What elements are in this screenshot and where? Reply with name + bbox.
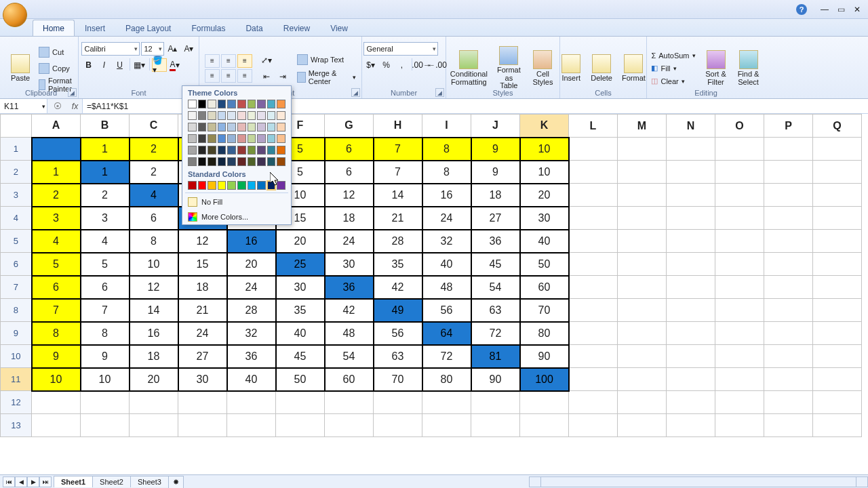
sheet-tab[interactable]: Sheet3 [130,476,169,487]
cell[interactable] [569,207,618,230]
cell[interactable]: 36 [471,230,520,253]
ribbon-tab-view[interactable]: View [320,20,358,36]
clear-button[interactable]: ◫Clear▾ [650,75,686,87]
cell[interactable] [569,414,618,437]
row-header[interactable]: 13 [1,414,32,437]
color-swatch[interactable] [198,157,207,166]
color-swatch[interactable] [248,157,256,166]
cell[interactable] [813,414,862,437]
cell[interactable]: 30 [276,276,325,299]
cell[interactable] [227,391,276,414]
cell[interactable] [715,414,764,437]
color-swatch[interactable] [227,181,236,190]
color-swatch[interactable] [248,146,256,155]
cell[interactable]: 14 [130,299,178,322]
cell[interactable]: 24 [325,230,374,253]
cell[interactable] [618,138,667,161]
row-header[interactable]: 6 [1,253,32,276]
cell[interactable] [569,276,618,299]
cell[interactable] [764,276,813,299]
cell[interactable]: 40 [520,230,569,253]
cell[interactable]: 2 [130,161,178,184]
worksheet-grid[interactable]: ABCDEFGHIJKLMNOPQ11234567891021123456789… [0,114,868,474]
cell[interactable] [178,414,227,437]
cell[interactable] [764,368,813,391]
cell[interactable]: 8 [32,322,81,345]
cell[interactable]: 8 [422,138,471,161]
alignment-dialog-launcher[interactable]: ◢ [351,88,360,97]
color-swatch[interactable] [257,123,266,131]
cell[interactable]: 28 [227,299,276,322]
color-swatch[interactable] [237,100,246,108]
cell[interactable] [764,299,813,322]
decrease-decimal[interactable]: ←.00 [430,58,445,72]
cell[interactable] [422,414,471,437]
cell[interactable]: 20 [130,368,178,391]
cell[interactable]: 24 [178,322,227,345]
cell[interactable] [81,391,130,414]
cell[interactable] [374,391,422,414]
help-icon[interactable]: ? [796,4,807,15]
cell[interactable]: 9 [471,138,520,161]
cell[interactable] [227,414,276,437]
cell[interactable]: 30 [178,368,227,391]
cell[interactable]: 81 [471,345,520,368]
cell[interactable] [276,391,325,414]
cell[interactable] [569,322,618,345]
cell[interactable] [569,253,618,276]
orientation-button[interactable]: ⤢▾ [259,54,274,67]
color-swatch[interactable] [248,100,256,108]
color-swatch[interactable] [198,100,207,108]
cell[interactable] [715,230,764,253]
cell[interactable] [764,253,813,276]
cell[interactable] [667,368,715,391]
sheet-tab[interactable]: Sheet2 [92,476,131,487]
cell[interactable] [374,414,422,437]
color-swatch[interactable] [198,181,207,190]
accounting-format[interactable]: $▾ [363,58,378,72]
cell[interactable] [715,253,764,276]
cell[interactable]: 72 [422,345,471,368]
cell[interactable] [618,276,667,299]
color-swatch[interactable] [218,146,226,155]
color-swatch[interactable] [198,123,207,131]
cell[interactable] [618,322,667,345]
color-swatch[interactable] [208,146,216,155]
color-swatch[interactable] [267,181,276,190]
cell[interactable] [32,138,81,161]
cell[interactable] [618,345,667,368]
cell[interactable] [569,230,618,253]
cell[interactable]: 25 [276,253,325,276]
color-swatch[interactable] [218,111,226,120]
color-swatch[interactable] [218,134,226,143]
cell[interactable]: 12 [178,230,227,253]
cell[interactable]: 21 [374,207,422,230]
color-swatch[interactable] [267,134,276,143]
cell[interactable]: 20 [520,184,569,207]
cell[interactable]: 100 [520,368,569,391]
cell[interactable] [618,299,667,322]
cell[interactable] [520,414,569,437]
tab-nav-next[interactable]: ▶ [27,476,39,487]
color-swatch[interactable] [188,181,197,190]
font-color-button[interactable]: A▾ [167,58,182,72]
color-swatch[interactable] [227,146,236,155]
row-header[interactable]: 5 [1,230,32,253]
italic-button[interactable]: I [97,58,112,72]
cell[interactable]: 45 [276,345,325,368]
cell[interactable]: 18 [130,345,178,368]
column-header[interactable]: G [325,115,374,138]
row-header[interactable]: 4 [1,207,32,230]
cell[interactable] [618,414,667,437]
cell[interactable] [813,207,862,230]
cell[interactable]: 28 [374,230,422,253]
cell[interactable]: 60 [520,276,569,299]
cell[interactable] [813,230,862,253]
cell[interactable]: 18 [325,207,374,230]
color-swatch[interactable] [198,111,207,120]
cell[interactable] [764,322,813,345]
color-swatch[interactable] [188,111,197,120]
cell[interactable] [618,184,667,207]
cell[interactable] [667,207,715,230]
cell[interactable]: 4 [32,230,81,253]
